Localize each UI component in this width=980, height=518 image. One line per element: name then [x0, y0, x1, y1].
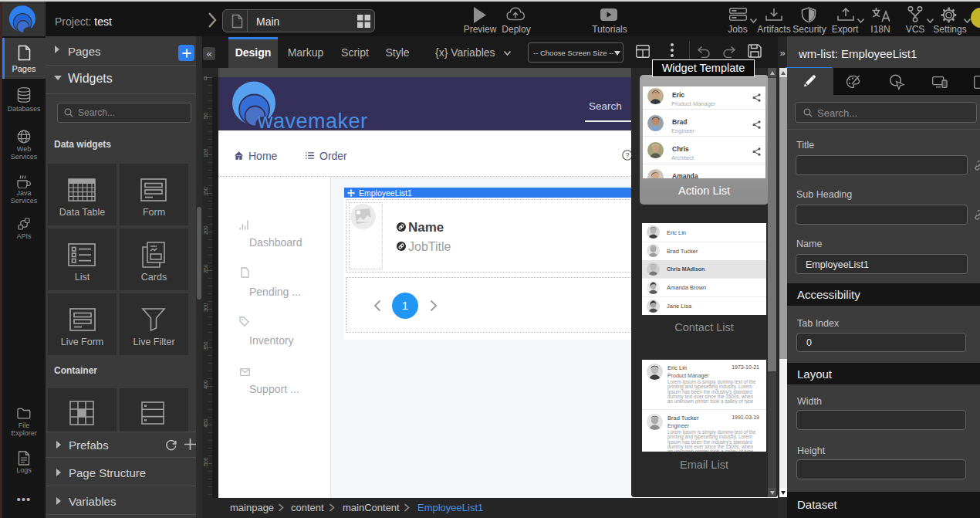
svg-text:?: ?	[625, 151, 629, 159]
